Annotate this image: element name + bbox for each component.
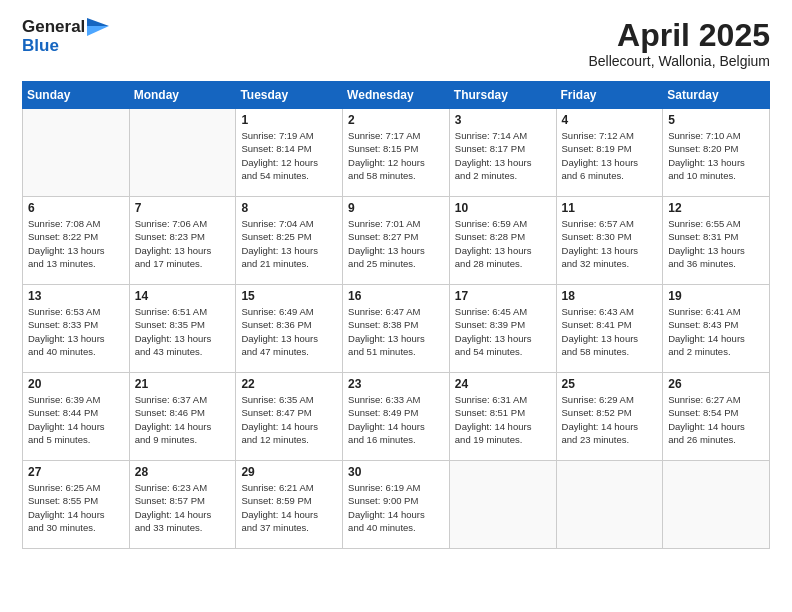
weekday-monday: Monday: [129, 82, 236, 109]
calendar-cell: 18Sunrise: 6:43 AMSunset: 8:41 PMDayligh…: [556, 285, 663, 373]
day-number: 3: [455, 113, 551, 127]
day-number: 17: [455, 289, 551, 303]
day-info: Sunrise: 6:19 AMSunset: 9:00 PMDaylight:…: [348, 481, 444, 534]
day-number: 9: [348, 201, 444, 215]
calendar-cell: 21Sunrise: 6:37 AMSunset: 8:46 PMDayligh…: [129, 373, 236, 461]
day-info: Sunrise: 6:35 AMSunset: 8:47 PMDaylight:…: [241, 393, 337, 446]
day-info: Sunrise: 7:10 AMSunset: 8:20 PMDaylight:…: [668, 129, 764, 182]
day-info: Sunrise: 6:23 AMSunset: 8:57 PMDaylight:…: [135, 481, 231, 534]
calendar-cell: 26Sunrise: 6:27 AMSunset: 8:54 PMDayligh…: [663, 373, 770, 461]
logo-blue: Blue: [22, 37, 59, 56]
calendar-cell: 3Sunrise: 7:14 AMSunset: 8:17 PMDaylight…: [449, 109, 556, 197]
day-number: 10: [455, 201, 551, 215]
day-number: 23: [348, 377, 444, 391]
calendar-cell: 4Sunrise: 7:12 AMSunset: 8:19 PMDaylight…: [556, 109, 663, 197]
calendar-cell: [129, 109, 236, 197]
day-info: Sunrise: 6:57 AMSunset: 8:30 PMDaylight:…: [562, 217, 658, 270]
day-info: Sunrise: 7:04 AMSunset: 8:25 PMDaylight:…: [241, 217, 337, 270]
day-info: Sunrise: 6:21 AMSunset: 8:59 PMDaylight:…: [241, 481, 337, 534]
day-number: 15: [241, 289, 337, 303]
week-row-2: 6Sunrise: 7:08 AMSunset: 8:22 PMDaylight…: [23, 197, 770, 285]
day-number: 26: [668, 377, 764, 391]
day-info: Sunrise: 6:53 AMSunset: 8:33 PMDaylight:…: [28, 305, 124, 358]
calendar-cell: 10Sunrise: 6:59 AMSunset: 8:28 PMDayligh…: [449, 197, 556, 285]
day-info: Sunrise: 7:08 AMSunset: 8:22 PMDaylight:…: [28, 217, 124, 270]
day-number: 24: [455, 377, 551, 391]
day-number: 27: [28, 465, 124, 479]
day-number: 14: [135, 289, 231, 303]
calendar-cell: 2Sunrise: 7:17 AMSunset: 8:15 PMDaylight…: [343, 109, 450, 197]
weekday-sunday: Sunday: [23, 82, 130, 109]
day-number: 6: [28, 201, 124, 215]
calendar-cell: 23Sunrise: 6:33 AMSunset: 8:49 PMDayligh…: [343, 373, 450, 461]
day-info: Sunrise: 6:39 AMSunset: 8:44 PMDaylight:…: [28, 393, 124, 446]
svg-marker-0: [87, 18, 109, 26]
day-number: 4: [562, 113, 658, 127]
svg-marker-1: [87, 26, 109, 36]
day-info: Sunrise: 6:49 AMSunset: 8:36 PMDaylight:…: [241, 305, 337, 358]
calendar-cell: 11Sunrise: 6:57 AMSunset: 8:30 PMDayligh…: [556, 197, 663, 285]
day-number: 20: [28, 377, 124, 391]
week-row-4: 20Sunrise: 6:39 AMSunset: 8:44 PMDayligh…: [23, 373, 770, 461]
weekday-header-row: SundayMondayTuesdayWednesdayThursdayFrid…: [23, 82, 770, 109]
week-row-3: 13Sunrise: 6:53 AMSunset: 8:33 PMDayligh…: [23, 285, 770, 373]
day-info: Sunrise: 6:47 AMSunset: 8:38 PMDaylight:…: [348, 305, 444, 358]
calendar-cell: 16Sunrise: 6:47 AMSunset: 8:38 PMDayligh…: [343, 285, 450, 373]
calendar-cell: [23, 109, 130, 197]
calendar-cell: 9Sunrise: 7:01 AMSunset: 8:27 PMDaylight…: [343, 197, 450, 285]
day-number: 19: [668, 289, 764, 303]
day-info: Sunrise: 6:41 AMSunset: 8:43 PMDaylight:…: [668, 305, 764, 358]
calendar-cell: 17Sunrise: 6:45 AMSunset: 8:39 PMDayligh…: [449, 285, 556, 373]
calendar-cell: 1Sunrise: 7:19 AMSunset: 8:14 PMDaylight…: [236, 109, 343, 197]
day-info: Sunrise: 6:45 AMSunset: 8:39 PMDaylight:…: [455, 305, 551, 358]
calendar-cell: 28Sunrise: 6:23 AMSunset: 8:57 PMDayligh…: [129, 461, 236, 549]
calendar-cell: 20Sunrise: 6:39 AMSunset: 8:44 PMDayligh…: [23, 373, 130, 461]
calendar-cell: 22Sunrise: 6:35 AMSunset: 8:47 PMDayligh…: [236, 373, 343, 461]
calendar-cell: 27Sunrise: 6:25 AMSunset: 8:55 PMDayligh…: [23, 461, 130, 549]
day-number: 12: [668, 201, 764, 215]
calendar-cell: 24Sunrise: 6:31 AMSunset: 8:51 PMDayligh…: [449, 373, 556, 461]
day-info: Sunrise: 6:37 AMSunset: 8:46 PMDaylight:…: [135, 393, 231, 446]
day-number: 7: [135, 201, 231, 215]
calendar-cell: 30Sunrise: 6:19 AMSunset: 9:00 PMDayligh…: [343, 461, 450, 549]
title-block: April 2025 Bellecourt, Wallonia, Belgium: [588, 18, 770, 69]
calendar-cell: 13Sunrise: 6:53 AMSunset: 8:33 PMDayligh…: [23, 285, 130, 373]
day-number: 2: [348, 113, 444, 127]
day-number: 25: [562, 377, 658, 391]
header: General Blue April 2025 Bellecourt, Wall…: [22, 18, 770, 69]
day-info: Sunrise: 6:51 AMSunset: 8:35 PMDaylight:…: [135, 305, 231, 358]
calendar-table: SundayMondayTuesdayWednesdayThursdayFrid…: [22, 81, 770, 549]
day-info: Sunrise: 7:17 AMSunset: 8:15 PMDaylight:…: [348, 129, 444, 182]
weekday-thursday: Thursday: [449, 82, 556, 109]
calendar-cell: [556, 461, 663, 549]
day-info: Sunrise: 7:19 AMSunset: 8:14 PMDaylight:…: [241, 129, 337, 182]
calendar-cell: 25Sunrise: 6:29 AMSunset: 8:52 PMDayligh…: [556, 373, 663, 461]
day-info: Sunrise: 6:31 AMSunset: 8:51 PMDaylight:…: [455, 393, 551, 446]
calendar-cell: 6Sunrise: 7:08 AMSunset: 8:22 PMDaylight…: [23, 197, 130, 285]
day-info: Sunrise: 7:12 AMSunset: 8:19 PMDaylight:…: [562, 129, 658, 182]
page: General Blue April 2025 Bellecourt, Wall…: [0, 0, 792, 612]
week-row-1: 1Sunrise: 7:19 AMSunset: 8:14 PMDaylight…: [23, 109, 770, 197]
day-number: 16: [348, 289, 444, 303]
day-info: Sunrise: 6:43 AMSunset: 8:41 PMDaylight:…: [562, 305, 658, 358]
calendar-cell: [663, 461, 770, 549]
day-number: 5: [668, 113, 764, 127]
calendar-cell: 7Sunrise: 7:06 AMSunset: 8:23 PMDaylight…: [129, 197, 236, 285]
logo-bird-icon: [87, 18, 109, 36]
day-number: 1: [241, 113, 337, 127]
day-number: 18: [562, 289, 658, 303]
day-info: Sunrise: 7:01 AMSunset: 8:27 PMDaylight:…: [348, 217, 444, 270]
day-number: 29: [241, 465, 337, 479]
day-number: 30: [348, 465, 444, 479]
calendar-cell: 12Sunrise: 6:55 AMSunset: 8:31 PMDayligh…: [663, 197, 770, 285]
day-info: Sunrise: 6:59 AMSunset: 8:28 PMDaylight:…: [455, 217, 551, 270]
weekday-friday: Friday: [556, 82, 663, 109]
logo-wordmark: General Blue: [22, 18, 109, 55]
weekday-wednesday: Wednesday: [343, 82, 450, 109]
title-month: April 2025: [588, 18, 770, 53]
week-row-5: 27Sunrise: 6:25 AMSunset: 8:55 PMDayligh…: [23, 461, 770, 549]
day-number: 21: [135, 377, 231, 391]
day-info: Sunrise: 6:25 AMSunset: 8:55 PMDaylight:…: [28, 481, 124, 534]
day-number: 11: [562, 201, 658, 215]
day-info: Sunrise: 6:29 AMSunset: 8:52 PMDaylight:…: [562, 393, 658, 446]
